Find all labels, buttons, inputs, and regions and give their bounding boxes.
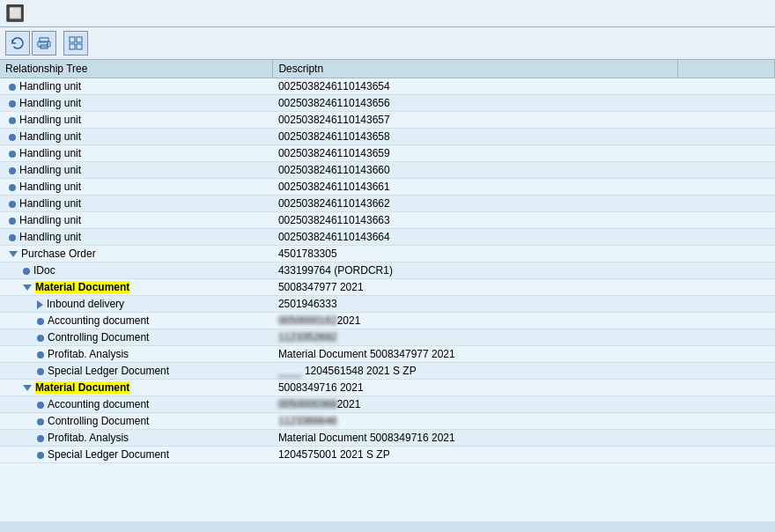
tree-cell: Accounting document: [0, 313, 273, 329]
expand-icon: [37, 300, 43, 309]
extra-cell: [678, 296, 775, 313]
table-row: Handling unit0025038246110143661: [0, 179, 775, 196]
table-row: Inbound delivery2501946333: [0, 296, 775, 313]
tree-cell: Handling unit: [0, 129, 273, 145]
svg-rect-5: [77, 37, 82, 42]
tree-label: Inbound delivery: [47, 298, 124, 310]
desc-cell: 1123352692: [273, 329, 678, 346]
bullet-icon: [37, 368, 44, 375]
extra-cell: [678, 95, 775, 112]
desc-cell: 0025038246110143659: [273, 145, 678, 162]
desc-cell: ____ 1204561548 2021 S ZP: [273, 363, 678, 380]
tree-label: Accounting document: [48, 314, 149, 327]
table-row: Handling unit0025038246110143663: [0, 212, 775, 229]
tree-cell: Profitab. Analysis: [0, 346, 273, 363]
tree-label: Handling unit: [19, 197, 81, 210]
tree-label: Handling unit: [19, 214, 81, 226]
desc-cell: Material Document 5008347977 2021: [273, 346, 678, 363]
tree-label: Handling unit: [19, 80, 81, 92]
bullet-icon: [9, 234, 16, 241]
desc-cell: 0050000162 2021: [273, 313, 678, 329]
desc-cell: 5008349716 2021: [273, 380, 678, 396]
desc-cell: 0025038246110143654: [273, 78, 678, 95]
tree-cell: Special Ledger Document: [0, 447, 273, 463]
tree-cell: Handling unit: [0, 196, 273, 212]
extra-cell: [678, 430, 775, 447]
desc-cell: 0025038246110143661: [273, 179, 678, 196]
tree-label: Handling unit: [19, 97, 81, 109]
extra-cell: [678, 78, 775, 95]
desc-cell: 2501946333: [273, 296, 678, 313]
desc-cell: 0025038246110143657: [273, 112, 678, 129]
table-row: Purchase Order4501783305: [0, 246, 775, 262]
tree-label: Material Document: [35, 281, 129, 293]
tree-label: Accounting document: [48, 398, 149, 410]
blurred-desc: 1123352692: [278, 331, 337, 344]
desc-cell: 4501783305: [273, 246, 678, 262]
table-row: Material Document5008349716 2021: [0, 380, 775, 396]
bullet-icon: [9, 201, 16, 208]
tree-cell: Accounting document: [0, 396, 273, 413]
app-icon: 🔲: [5, 4, 25, 23]
toolbar: [0, 27, 775, 60]
tree-label: Material Document: [35, 381, 129, 394]
refresh-button[interactable]: [5, 31, 30, 55]
extra-cell: [678, 212, 775, 229]
extra-cell: [678, 363, 775, 380]
tree-cell: Handling unit: [0, 145, 273, 162]
table-row: Handling unit0025038246110143656: [0, 95, 775, 112]
tree-cell: Inbound delivery: [0, 296, 273, 313]
extra-cell: [678, 447, 775, 463]
desc-cell: 0050000368 2021: [273, 396, 678, 413]
table-row: Profitab. AnalysisMaterial Document 5008…: [0, 346, 775, 363]
tree-cell: Handling unit: [0, 78, 273, 95]
col-header-extra: [678, 60, 775, 78]
svg-rect-4: [70, 37, 75, 42]
tree-cell: Handling unit: [0, 212, 273, 229]
table-row: Material Document5008347977 2021: [0, 279, 775, 296]
table-row: Special Ledger Document1204575001 2021 S…: [0, 447, 775, 463]
tree-label: Handling unit: [19, 181, 81, 193]
extra-cell: [678, 179, 775, 196]
table-row: Handling unit0025038246110143658: [0, 129, 775, 145]
table-row: Special Ledger Document____ 1204561548 2…: [0, 363, 775, 380]
desc-text: 1204561548 2021 S ZP: [302, 365, 417, 377]
tree-cell: Controlling Document: [0, 329, 273, 346]
svg-rect-6: [70, 44, 75, 49]
collapse-icon: [23, 284, 32, 291]
tree-cell: Controlling Document: [0, 413, 273, 430]
tree-cell: Handling unit: [0, 229, 273, 246]
bullet-icon: [9, 134, 16, 141]
bullet-icon: [37, 418, 44, 425]
tree-label: Handling unit: [19, 147, 81, 159]
tree-cell: Handling unit: [0, 162, 273, 179]
bullet-icon: [9, 167, 16, 174]
toolbar-separator-2: [90, 31, 93, 55]
extra-cell: [678, 346, 775, 363]
tree-label: Controlling Document: [48, 415, 149, 427]
col-header-tree: Relationship Tree: [0, 60, 273, 78]
tree-label: Purchase Order: [21, 248, 96, 260]
desc-cell: 0025038246110143664: [273, 229, 678, 246]
blurred-desc: 0050000162: [278, 314, 337, 327]
tree-cell: Special Ledger Document: [0, 363, 273, 380]
bullet-icon: [9, 100, 16, 107]
tree-label: Handling unit: [19, 231, 81, 243]
bullet-icon: [9, 84, 16, 91]
extra-cell: [678, 279, 775, 296]
desc-cell: 0025038246110143663: [273, 212, 678, 229]
extra-cell: [678, 380, 775, 396]
layout-button[interactable]: [63, 31, 88, 55]
print-button[interactable]: [32, 31, 56, 55]
desc-cell: 1123366646: [273, 413, 678, 430]
tree-cell: Purchase Order: [0, 246, 273, 262]
tree-label: Handling unit: [19, 114, 81, 126]
bullet-icon: [9, 117, 16, 124]
tree-cell: Material Document: [0, 279, 273, 296]
tree-cell: Handling unit: [0, 179, 273, 196]
table-row: Handling unit0025038246110143654: [0, 78, 775, 95]
toolbar-separator-1: [58, 31, 62, 55]
tree-cell: Handling unit: [0, 95, 273, 112]
bullet-icon: [9, 184, 16, 191]
extra-cell: [678, 145, 775, 162]
